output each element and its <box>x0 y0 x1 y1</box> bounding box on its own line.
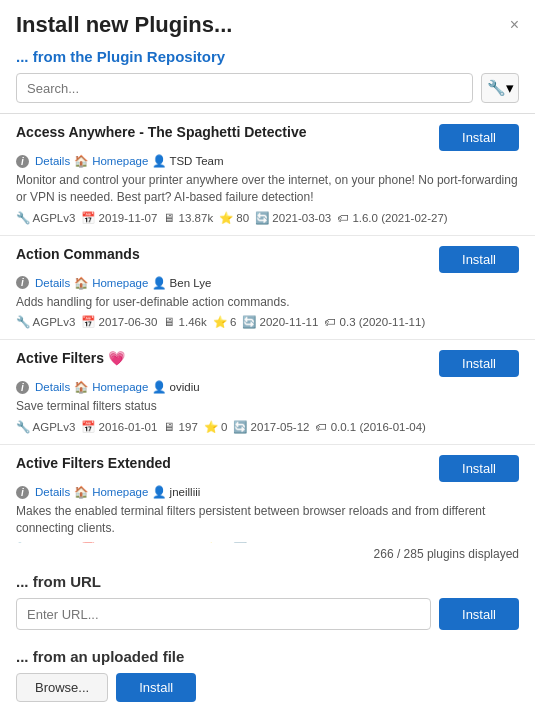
license-stat: 🔧 AGPLv3 <box>16 315 75 329</box>
plugin-stats: 🔧 AGPLv3 📅 2019-11-17 🖥 658 ⭐ 2 🔄 2021-0… <box>16 542 519 543</box>
plugin-stats: 🔧 AGPLv3 📅 2019-11-07 🖥 13.87k ⭐ 80 🔄 20… <box>16 211 519 225</box>
version-stat: 🏷 1.6.0 (2021-02-27) <box>337 212 447 224</box>
close-button[interactable]: × <box>510 16 519 34</box>
updated-stat: 🔄 2021-03-03 <box>255 211 331 225</box>
version-stat: 🏷 0.3 (2020-11-11) <box>324 316 425 328</box>
info-icon: i <box>16 276 29 289</box>
plugin-item: Action Commands Install i Details 🏠 Home… <box>0 236 535 341</box>
plugin-meta: i Details 🏠 Homepage 👤 Ben Lye <box>16 276 519 290</box>
size-stat: 🖥 1.46k <box>163 316 206 328</box>
install-button[interactable]: Install <box>439 246 519 273</box>
details-link[interactable]: Details <box>35 277 70 289</box>
dialog-header: Install new Plugins... × <box>0 0 535 42</box>
plugin-description: Monitor and control your printer anywher… <box>16 172 519 206</box>
url-row: Install <box>16 598 519 630</box>
updated-stat: 🔄 2017-05-12 <box>233 420 309 434</box>
repo-section-prefix: ... from the <box>16 48 97 65</box>
plugin-meta: i Details 🏠 Homepage 👤 TSD Team <box>16 154 519 168</box>
license-stat: 🔧 AGPLv3 <box>16 542 75 543</box>
homepage-link[interactable]: Homepage <box>92 486 148 498</box>
search-row: 🔧▾ <box>0 73 535 113</box>
plugin-name: Action Commands <box>16 246 429 262</box>
filter-options-button[interactable]: 🔧▾ <box>481 73 519 103</box>
file-install-button[interactable]: Install <box>116 673 196 702</box>
version-stat: 🏷 0.0.1 (2016-01-04) <box>315 421 425 433</box>
license-stat: 🔧 AGPLv3 <box>16 420 75 434</box>
install-button[interactable]: Install <box>439 350 519 377</box>
stars-stat: ⭐ 6 <box>213 315 237 329</box>
install-button[interactable]: Install <box>439 124 519 151</box>
plugins-list: Access Anywhere - The Spaghetti Detectiv… <box>0 113 535 543</box>
stars-stat: ⭐ 2 <box>204 542 228 543</box>
license-stat: 🔧 AGPLv3 <box>16 211 75 225</box>
repo-link[interactable]: Plugin Repository <box>97 48 225 65</box>
plugin-header: Active Filters Extended Install <box>16 455 519 482</box>
details-link[interactable]: Details <box>35 381 70 393</box>
browse-button[interactable]: Browse... <box>16 673 108 702</box>
updated-stat: 🔄 2021-01-21 <box>233 542 309 543</box>
plugin-meta: i Details 🏠 Homepage 👤 ovidiu <box>16 380 519 394</box>
plugin-stats: 🔧 AGPLv3 📅 2017-06-30 🖥 1.46k ⭐ 6 🔄 2020… <box>16 315 519 329</box>
from-url-section: ... from URL Install <box>0 563 535 630</box>
plugin-name: Access Anywhere - The Spaghetti Detectiv… <box>16 124 429 140</box>
stars-stat: ⭐ 80 <box>219 211 249 225</box>
plugin-meta: i Details 🏠 Homepage 👤 jneilliii <box>16 485 519 499</box>
homepage-link[interactable]: Homepage <box>92 277 148 289</box>
homepage-link[interactable]: Homepage <box>92 381 148 393</box>
install-plugins-dialog: Install new Plugins... × ... from the Pl… <box>0 0 535 720</box>
search-input[interactable] <box>16 73 473 103</box>
file-row: Browse... Install <box>16 673 519 702</box>
plugin-name: Active Filters Extended <box>16 455 429 471</box>
from-file-section: ... from an uploaded file Browse... Inst… <box>0 636 535 702</box>
plugin-header: Action Commands Install <box>16 246 519 273</box>
date-stat: 📅 2019-11-17 <box>81 542 157 543</box>
dialog-title: Install new Plugins... <box>16 12 232 38</box>
plugin-description: Adds handling for user-definable action … <box>16 294 519 311</box>
size-stat: 🖥 13.87k <box>163 212 213 224</box>
plugin-stats: 🔧 AGPLv3 📅 2016-01-01 🖥 197 ⭐ 0 🔄 2017-0… <box>16 420 519 434</box>
plugin-item: Active Filters 💗 Install i Details 🏠 Hom… <box>0 340 535 445</box>
from-url-header: ... from URL <box>16 573 519 590</box>
plugins-count: 266 / 285 plugins displayed <box>0 543 535 563</box>
plugin-header: Active Filters 💗 Install <box>16 350 519 377</box>
date-stat: 📅 2016-01-01 <box>81 420 157 434</box>
homepage-link[interactable]: Homepage <box>92 155 148 167</box>
plugin-item: Active Filters Extended Install i Detail… <box>0 445 535 543</box>
url-input[interactable] <box>16 598 431 630</box>
plugin-item: Access Anywhere - The Spaghetti Detectiv… <box>0 114 535 236</box>
details-link[interactable]: Details <box>35 486 70 498</box>
details-link[interactable]: Details <box>35 155 70 167</box>
size-stat: 🖥 197 <box>163 421 197 433</box>
repo-section-header: ... from the Plugin Repository <box>0 42 535 73</box>
from-file-header: ... from an uploaded file <box>16 648 519 665</box>
plugin-name: Active Filters 💗 <box>16 350 429 366</box>
info-icon: i <box>16 155 29 168</box>
plugin-description: Makes the enabled terminal filters persi… <box>16 503 519 537</box>
date-stat: 📅 2017-06-30 <box>81 315 157 329</box>
stars-stat: ⭐ 0 <box>204 420 228 434</box>
updated-stat: 🔄 2020-11-11 <box>242 315 318 329</box>
plugin-description: Save terminal filters status <box>16 398 519 415</box>
info-icon: i <box>16 486 29 499</box>
date-stat: 📅 2019-11-07 <box>81 211 157 225</box>
plugin-header: Access Anywhere - The Spaghetti Detectiv… <box>16 124 519 151</box>
info-icon: i <box>16 381 29 394</box>
install-button[interactable]: Install <box>439 455 519 482</box>
url-install-button[interactable]: Install <box>439 598 519 630</box>
